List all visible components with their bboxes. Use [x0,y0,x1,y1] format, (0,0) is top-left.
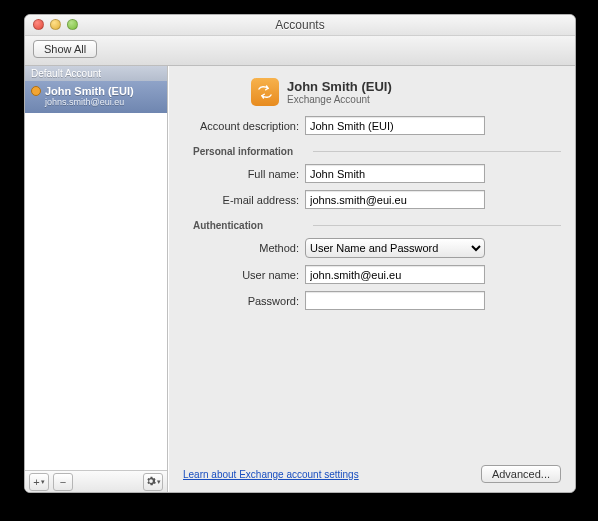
label-email: E-mail address: [183,194,305,206]
advanced-button[interactable]: Advanced... [481,465,561,483]
accounts-window: Accounts Show All Default Account John S… [24,14,576,493]
accounts-sidebar: Default Account John Smith (EUI) johns.s… [25,66,168,493]
toolbar: Show All [25,36,575,66]
label-fullname: Full name: [183,168,305,180]
sidebar-account-name: John Smith (EUI) [45,85,134,97]
minus-icon: − [60,476,66,488]
plus-icon: + [33,476,39,488]
add-account-button[interactable]: +▾ [29,473,49,491]
section-auth: Authentication [183,220,561,231]
user-name-field[interactable] [305,265,485,284]
label-username: User name: [183,269,305,281]
show-all-button[interactable]: Show All [33,40,97,58]
account-form: Account description: Personal informatio… [183,116,561,310]
section-auth-label: Authentication [183,220,309,231]
accounts-list[interactable]: Default Account John Smith (EUI) johns.s… [25,66,167,470]
account-description-field[interactable] [305,116,485,135]
label-password: Password: [183,295,305,307]
sidebar-account-item[interactable]: John Smith (EUI) johns.smith@eui.eu [25,81,167,113]
minimize-icon[interactable] [50,19,61,30]
status-dot-icon [31,86,41,96]
remove-account-button[interactable]: − [53,473,73,491]
account-title: John Smith (EUI) [287,79,392,94]
chevron-down-icon: ▾ [41,478,45,486]
window-title: Accounts [25,15,575,35]
label-description: Account description: [183,120,305,132]
divider [313,225,561,226]
section-personal: Personal information [183,146,561,157]
sidebar-section-header: Default Account [25,66,167,81]
window-controls [33,19,78,30]
sidebar-account-email: johns.smith@eui.eu [45,97,161,107]
chevron-down-icon: ▾ [157,478,161,486]
account-detail-pane: John Smith (EUI) Exchange Account Accoun… [168,66,575,493]
divider [313,151,561,152]
full-name-field[interactable] [305,164,485,183]
settings-menu-button[interactable]: ▾ [143,473,163,491]
section-personal-label: Personal information [183,146,309,157]
label-method: Method: [183,242,305,254]
account-header: John Smith (EUI) Exchange Account [251,78,561,106]
email-field[interactable] [305,190,485,209]
titlebar: Accounts [25,15,575,36]
detail-footer: Learn about Exchange account settings Ad… [183,457,561,483]
close-icon[interactable] [33,19,44,30]
gear-icon [146,476,156,488]
sidebar-footer: +▾ − ▾ [25,470,167,493]
auth-method-select[interactable]: User Name and Password [305,238,485,258]
password-field[interactable] [305,291,485,310]
learn-link[interactable]: Learn about Exchange account settings [183,469,359,480]
zoom-icon[interactable] [67,19,78,30]
account-type: Exchange Account [287,94,392,105]
exchange-icon [251,78,279,106]
